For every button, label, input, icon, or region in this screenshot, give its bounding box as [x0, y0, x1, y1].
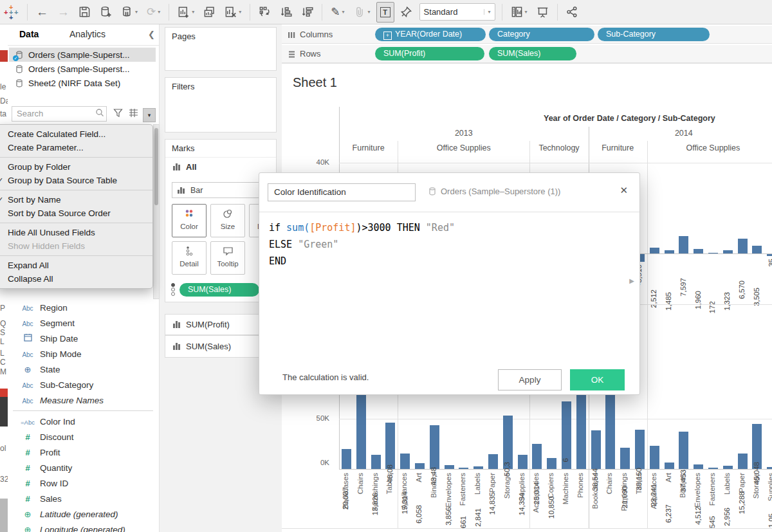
filter-funnel-icon[interactable] — [113, 108, 123, 120]
view-grid-icon[interactable] — [129, 108, 138, 120]
attach-icon[interactable]: ▾ — [351, 3, 374, 22]
x-axis-label-2013-tables[interactable]: Tables — [385, 473, 394, 494]
fix-axes-icon[interactable] — [397, 3, 416, 22]
bar-sum-profit-2014-appliances[interactable] — [650, 248, 659, 253]
x-axis-label-2013-chairs[interactable]: Chairs — [356, 473, 365, 494]
datasource-item-orders-sample-superst[interactable]: ✓Orders (Sample-Superst... — [9, 48, 156, 62]
x-axis-label-2014-bookcases[interactable]: Bookcases — [591, 473, 600, 509]
collapse-pane-icon[interactable]: ❮ — [148, 30, 155, 39]
menu-item-expand-all[interactable]: Expand All — [0, 259, 152, 272]
tooltip-button[interactable]: Tooltip — [210, 241, 245, 275]
presentation-mode-icon[interactable] — [533, 3, 552, 22]
encoding-pill-sum-sales[interactable]: SUM(Sales) — [179, 283, 259, 297]
rows-pill-sum-profit[interactable]: SUM(Profit) — [375, 47, 484, 60]
bar-sum-profit-2014-supplies[interactable] — [767, 254, 772, 256]
highlight-icon[interactable]: ✎▾ — [327, 3, 347, 22]
field-item-color-ind[interactable]: =AbcColor Ind — [8, 414, 156, 429]
x-axis-label-2014-envelopes[interactable]: Envelopes — [694, 473, 702, 508]
bar-sum-profit-2014-fasteners[interactable] — [708, 253, 718, 253]
fields-menu-dropdown-icon[interactable]: ▾ — [143, 108, 156, 122]
field-item-discount[interactable]: #Discount — [8, 429, 156, 445]
bar-sum-profit-2014-paper[interactable] — [738, 239, 748, 253]
field-item-sub-category[interactable]: AbcSub-Category — [8, 377, 156, 392]
rows-shelf[interactable]: Rows SUM(Profit)SUM(Sales) — [282, 45, 772, 63]
bar-sum-sales-2013-binders[interactable] — [430, 425, 439, 469]
save-icon[interactable] — [75, 3, 94, 22]
x-axis-label-2014-art[interactable]: Art — [665, 473, 673, 482]
columns-pill-category[interactable]: Category — [489, 28, 594, 41]
new-datasource-icon[interactable] — [96, 3, 115, 22]
clear-sheet-icon[interactable]: ▾ — [221, 3, 244, 22]
field-item-ship-mode[interactable]: AbcShip Mode — [8, 346, 156, 362]
formula-editor[interactable]: if sum([Profit])>3000 THEN "Red"ELSE "Gr… — [269, 219, 455, 270]
close-icon[interactable]: ✕ — [620, 185, 628, 196]
x-axis-label-2014-fasteners[interactable]: Fasteners — [708, 473, 717, 506]
bar-sum-sales-2013-envelopes[interactable] — [445, 465, 454, 469]
refresh-datasource-icon[interactable]: ⟳▾ — [143, 3, 163, 22]
redo-icon[interactable]: → — [54, 3, 73, 22]
x-axis-label-2014-paper[interactable]: Paper — [738, 473, 746, 493]
menu-item-collapse-all[interactable]: Collapse All — [0, 272, 152, 286]
x-axis-label-2014-binders[interactable]: Binders — [679, 473, 687, 498]
detail-button[interactable]: Detail — [172, 241, 207, 275]
x-axis-label-2013-appliances[interactable]: Appliances — [400, 473, 409, 509]
tableau-logo[interactable]: +++++ — [4, 4, 21, 21]
x-axis-label-2013-machines[interactable]: Machines — [562, 473, 570, 504]
bar-sum-sales-2013-labels[interactable] — [473, 466, 483, 469]
mark-type-dropdown[interactable]: Bar — [172, 182, 271, 198]
bar-sum-sales-2013-phones[interactable] — [576, 387, 586, 469]
bar-sum-profit-2014-art[interactable] — [665, 250, 674, 253]
pages-card[interactable]: Pages — [165, 27, 277, 71]
menu-item-create-calculated-field[interactable]: Create Calculated Field... — [0, 127, 152, 141]
marks-all-row[interactable]: All — [165, 157, 276, 174]
sort-ascending-icon[interactable] — [277, 3, 295, 22]
duplicate-sheet-icon[interactable] — [200, 3, 219, 22]
x-axis-label-2013-storage[interactable]: Storage — [503, 473, 511, 499]
x-axis-label-2014-appliances[interactable]: Appliances — [650, 473, 658, 509]
field-item-row-id[interactable]: #Row ID — [8, 475, 156, 491]
x-axis-label-2013-binders[interactable]: Binders — [430, 473, 438, 498]
bar-sum-sales-2013-appliances[interactable] — [400, 454, 410, 469]
bar-sum-sales-2014-paper[interactable] — [738, 454, 748, 469]
bar-sum-sales-2014-envelopes[interactable] — [694, 464, 703, 469]
x-axis-label-2013-accessories[interactable]: Accessories — [532, 473, 540, 513]
x-axis-label-2013-copiers[interactable]: Copiers — [547, 473, 555, 499]
bar-sum-profit-2014-labels[interactable] — [723, 250, 733, 253]
field-item-longitude-generated[interactable]: ⊕Longitude (generated) — [8, 522, 156, 532]
x-axis-label-2014-chairs[interactable]: Chairs — [605, 473, 614, 494]
menu-scrollbar[interactable] — [153, 124, 160, 299]
size-button[interactable]: Size — [210, 204, 245, 237]
field-item-measure-names[interactable]: AbcMeasure Names — [8, 392, 156, 408]
bar-sum-sales-2014-art[interactable] — [665, 463, 674, 469]
bar-sum-sales-2013-copiers[interactable] — [547, 458, 556, 469]
menu-item-hide-all-unused-fields[interactable]: Hide All Unused Fields — [0, 226, 152, 239]
bar-sum-sales-2014-labels[interactable] — [723, 466, 733, 469]
x-axis-label-2013-phones[interactable]: Phones — [576, 473, 585, 498]
show-mark-labels-icon[interactable]: T — [376, 2, 394, 23]
datasource-item-orders-sample-superst[interactable]: Orders (Sample-Superst... — [9, 62, 156, 76]
bar-sum-sales-2014-appliances[interactable] — [650, 446, 659, 469]
sort-descending-icon[interactable] — [298, 3, 317, 22]
x-axis-label-2014-labels[interactable]: Labels — [723, 473, 731, 495]
show-hide-cards-icon[interactable]: ▾ — [508, 3, 531, 22]
bar-sum-sales-2013-storage[interactable] — [503, 416, 513, 469]
field-item-ship-date[interactable]: Ship Date — [8, 331, 156, 346]
x-axis-label-2013-art[interactable]: Art — [415, 473, 423, 482]
x-axis-label-2013-paper[interactable]: Paper — [488, 473, 497, 493]
x-axis-label-2013-envelopes[interactable]: Envelopes — [445, 473, 453, 508]
field-item-region[interactable]: AbcRegion — [8, 300, 156, 315]
x-axis-label-2014-furnishings[interactable]: Furnishings — [620, 473, 629, 511]
bar-sum-sales-2013-bookcases[interactable] — [342, 449, 351, 469]
menu-item-sort-by-data-source-order[interactable]: Sort by Data Source Order — [0, 206, 152, 220]
bar-sum-sales-2014-supplies[interactable] — [767, 467, 772, 469]
bar-sum-sales-2013-chairs[interactable] — [356, 392, 366, 469]
bar-sum-sales-2014-fasteners[interactable] — [708, 468, 718, 469]
columns-pill-sub-category[interactable]: Sub-Category — [598, 28, 710, 41]
color-button[interactable]: Color — [172, 204, 207, 237]
menu-item-group-by-data-source-table[interactable]: ✓Group by Data Source Table — [0, 174, 152, 187]
apply-button[interactable]: Apply — [498, 369, 562, 390]
pause-updates-icon[interactable]: ▾ — [118, 3, 141, 22]
bar-sum-sales-2014-bookcases[interactable] — [591, 430, 601, 469]
menu-item-sort-by-name[interactable]: ✓Sort by Name — [0, 193, 152, 206]
tab-data[interactable]: Data — [19, 29, 39, 39]
